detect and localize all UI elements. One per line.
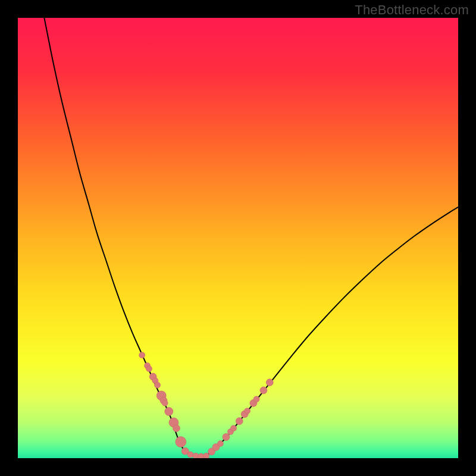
- marker-point: [266, 379, 273, 386]
- marker-point: [245, 408, 250, 414]
- marker-point: [187, 452, 193, 458]
- marker-point: [176, 437, 186, 447]
- marker-point: [146, 366, 152, 372]
- marker-point: [217, 441, 223, 447]
- marker-point: [236, 418, 243, 425]
- marker-group: [139, 352, 274, 458]
- marker-point: [173, 425, 180, 432]
- chart-frame: TheBottleneck.com: [0, 0, 476, 476]
- marker-point: [165, 408, 173, 416]
- watermark-text: TheBottleneck.com: [355, 2, 469, 18]
- marker-point: [198, 453, 204, 458]
- marker-point: [231, 425, 237, 431]
- marker-point: [260, 387, 267, 394]
- plot-area: [18, 18, 458, 458]
- marker-point: [162, 400, 168, 406]
- marker-point: [139, 352, 145, 358]
- marker-point: [203, 453, 209, 458]
- bottleneck-curve: [44, 18, 458, 456]
- marker-point: [155, 382, 161, 388]
- marker-point: [193, 453, 199, 458]
- curve-layer: [18, 18, 458, 458]
- marker-point: [223, 433, 230, 440]
- marker-point: [253, 396, 259, 402]
